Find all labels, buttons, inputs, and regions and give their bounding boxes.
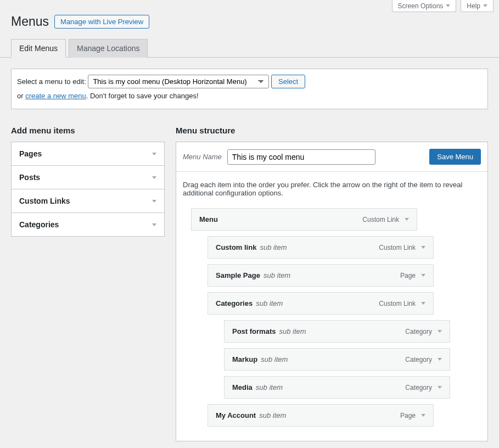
caret-down-icon xyxy=(446,4,450,7)
caret-down-icon[interactable] xyxy=(438,358,442,361)
add-menu-items-column: Add menu items Pages Posts Custom Links … xyxy=(11,120,165,237)
caret-down-icon[interactable] xyxy=(405,218,409,221)
menu-name-label: Menu Name xyxy=(183,153,222,161)
accordion-label: Custom Links xyxy=(19,197,70,205)
save-menu-button[interactable]: Save Menu xyxy=(429,149,481,165)
caret-down-icon[interactable] xyxy=(438,330,442,333)
menu-items-container: MenuCustom LinkCustom linksub itemCustom… xyxy=(183,208,481,427)
menu-item[interactable]: Mediasub itemCategory xyxy=(224,376,450,399)
menu-item-type: Page xyxy=(400,272,416,279)
accordion-label: Categories xyxy=(19,220,59,229)
caret-down-icon xyxy=(152,153,156,155)
menu-body: Drag each item into the order you prefer… xyxy=(176,172,487,441)
screen-options-button[interactable]: Screen Options xyxy=(392,0,457,12)
menu-item-sub-label: sub item xyxy=(260,243,287,251)
caret-down-icon xyxy=(483,4,487,7)
menu-item[interactable]: Post formatssub itemCategory xyxy=(224,320,450,343)
tabs: Edit Menus Manage Locations xyxy=(0,39,499,58)
tab-manage-locations[interactable]: Manage Locations xyxy=(69,39,148,58)
menu-select-dropdown[interactable]: This is my cool menu (Desktop Horizontal… xyxy=(88,75,269,88)
create-new-menu-link[interactable]: create a new menu xyxy=(25,92,86,100)
accordion-label: Pages xyxy=(19,149,42,158)
menu-item-title: Categories xyxy=(216,299,253,307)
caret-down-icon xyxy=(152,223,156,226)
or-text: or xyxy=(17,92,25,100)
menu-desc: Drag each item into the order you prefer… xyxy=(183,181,481,197)
caret-down-icon[interactable] xyxy=(421,302,425,305)
main-columns: Add menu items Pages Posts Custom Links … xyxy=(0,120,499,441)
top-bar: Screen Options Help xyxy=(0,0,499,12)
tab-edit-menus[interactable]: Edit Menus xyxy=(11,39,66,58)
menu-item[interactable]: Categoriessub itemCustom Link xyxy=(208,292,434,315)
menu-header: Menu Name Save Menu xyxy=(176,142,487,172)
caret-down-icon[interactable] xyxy=(421,246,425,249)
after-text: . Don't forget to save your changes! xyxy=(86,92,199,100)
menu-item-type: Category xyxy=(405,328,432,335)
menu-item-sub-label: sub item xyxy=(256,383,283,391)
accordion-label: Posts xyxy=(19,173,40,182)
menu-item-type: Category xyxy=(405,384,432,391)
menu-item-type: Custom Link xyxy=(379,244,416,251)
menu-item-title: Sample Page xyxy=(216,271,260,279)
menu-item-title: Media xyxy=(232,383,253,391)
caret-down-icon[interactable] xyxy=(438,386,442,389)
menu-item-type: Custom Link xyxy=(362,216,399,223)
accordion-posts[interactable]: Posts xyxy=(12,166,164,189)
menu-structure-title: Menu structure xyxy=(176,126,488,135)
menu-structure-column: Menu structure Menu Name Save Menu Drag … xyxy=(176,120,488,441)
menu-item-sub-label: sub item xyxy=(259,411,286,419)
help-label: Help xyxy=(467,2,480,10)
menu-item-type: Category xyxy=(405,356,432,363)
menu-item[interactable]: Markupsub itemCategory xyxy=(224,348,450,371)
add-menu-items-title: Add menu items xyxy=(11,126,165,135)
menu-item-title: Post formats xyxy=(232,327,276,335)
select-button[interactable]: Select xyxy=(271,75,305,88)
menu-item-sub-label: sub item xyxy=(256,299,283,307)
help-button[interactable]: Help xyxy=(461,0,494,12)
menu-item-sub-label: sub item xyxy=(279,327,306,335)
menu-item-title: My Account xyxy=(216,411,256,419)
accordion-categories[interactable]: Categories xyxy=(12,213,164,236)
menu-item-title: Markup xyxy=(232,355,257,363)
menu-item-title: Custom link xyxy=(216,243,256,251)
menu-item[interactable]: Sample Pagesub itemPage xyxy=(208,264,434,287)
menu-select-box: Select a menu to edit: This is my cool m… xyxy=(11,69,488,109)
accordion-custom-links[interactable]: Custom Links xyxy=(12,189,164,213)
menu-item[interactable]: My Accountsub itemPage xyxy=(208,404,434,427)
menu-item-sub-label: sub item xyxy=(261,355,288,363)
menu-item-type: Custom Link xyxy=(379,300,416,307)
menu-item-sub-label: sub item xyxy=(263,271,290,279)
add-items-accordion: Pages Posts Custom Links Categories xyxy=(11,142,165,237)
menu-item[interactable]: MenuCustom Link xyxy=(191,208,417,231)
select-menu-label: Select a menu to edit: xyxy=(17,77,86,86)
menu-item-title: Menu xyxy=(199,215,218,223)
caret-down-icon xyxy=(152,176,156,179)
caret-down-icon[interactable] xyxy=(421,274,425,277)
page-title: Menus xyxy=(11,14,49,29)
menu-structure-box: Menu Name Save Menu Drag each item into … xyxy=(176,142,488,441)
live-preview-button[interactable]: Manage with Live Preview xyxy=(54,15,149,29)
accordion-pages[interactable]: Pages xyxy=(12,142,164,166)
menu-name-input[interactable] xyxy=(227,149,375,165)
caret-down-icon[interactable] xyxy=(421,414,425,417)
caret-down-icon xyxy=(152,200,156,203)
screen-options-label: Screen Options xyxy=(398,2,444,10)
menu-item[interactable]: Custom linksub itemCustom Link xyxy=(208,236,434,259)
menu-item-type: Page xyxy=(400,412,416,419)
page-header: Menus Manage with Live Preview xyxy=(0,12,499,39)
